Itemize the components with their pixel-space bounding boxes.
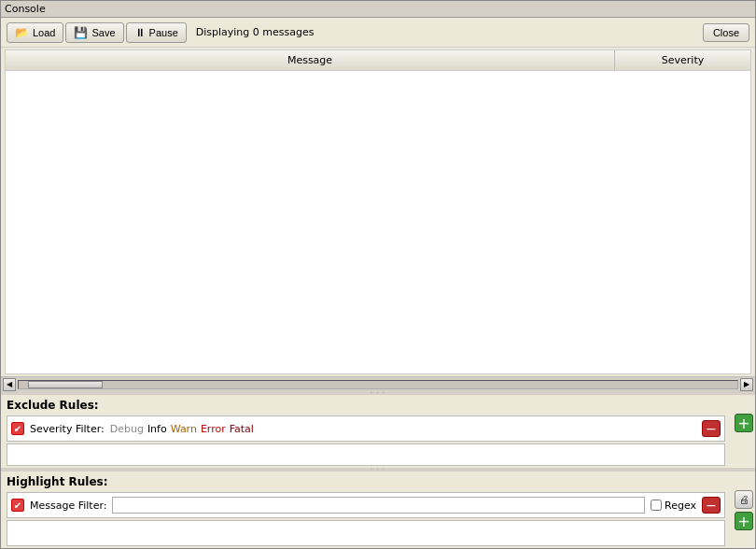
- display-count: Displaying 0 messages: [196, 26, 701, 38]
- highlight-outer: ✔ Message Filter: Regex −: [1, 490, 755, 548]
- severity-warn[interactable]: Warn: [171, 423, 197, 435]
- pause-button[interactable]: ⏸ Pause: [126, 22, 187, 43]
- exclude-plus-button[interactable]: +: [735, 414, 753, 432]
- exclude-extra-box: [7, 443, 725, 466]
- save-button[interactable]: 💾 Save: [65, 22, 123, 43]
- severity-fatal[interactable]: Fatal: [230, 423, 254, 435]
- exclude-rules-box: ✔ Severity Filter: Debug Info Warn Error…: [7, 415, 725, 442]
- minus-icon: −: [706, 421, 717, 436]
- plus-icon-2: +: [737, 513, 749, 530]
- severity-debug[interactable]: Debug: [110, 423, 144, 435]
- message-filter-input[interactable]: [112, 497, 645, 514]
- message-filter-checkbox[interactable]: ✔: [11, 499, 24, 512]
- main-window: Console 📂 Load 💾 Save ⏸ Pause Displaying…: [0, 0, 756, 549]
- highlight-right-buttons: 🖨 +: [733, 490, 755, 530]
- highlight-minus-button[interactable]: −: [702, 497, 721, 514]
- table-body[interactable]: [6, 71, 750, 373]
- severity-info[interactable]: Info: [147, 423, 167, 435]
- highlight-rules-box: ✔ Message Filter: Regex −: [7, 492, 725, 518]
- col-message-header: Message: [6, 50, 615, 70]
- regex-checkbox[interactable]: [651, 500, 662, 511]
- checkmark-icon: ✔: [14, 424, 21, 434]
- pause-icon: ⏸: [134, 26, 146, 39]
- scroll-track[interactable]: [18, 380, 738, 389]
- exclude-minus-button[interactable]: −: [702, 420, 721, 437]
- plus-icon: +: [737, 415, 749, 432]
- checkmark-icon-2: ✔: [14, 500, 21, 511]
- save-icon: 💾: [74, 26, 88, 39]
- minus-icon-2: −: [706, 498, 717, 513]
- scroll-left-arrow[interactable]: ◀: [3, 378, 16, 391]
- left-arrow-icon: ◀: [7, 380, 12, 388]
- highlight-plus-button[interactable]: +: [735, 512, 753, 530]
- scroll-thumb[interactable]: [28, 381, 103, 388]
- load-button[interactable]: 📂 Load: [7, 22, 63, 43]
- highlight-rules-section: Highlight Rules: ✔ Message Filter: Regex: [1, 472, 755, 548]
- exclude-outer: ✔ Severity Filter: Debug Info Warn Error…: [1, 414, 755, 468]
- highlight-rules-label: Highlight Rules:: [1, 472, 755, 490]
- severity-filters: Debug Info Warn Error Fatal: [110, 423, 696, 435]
- exclude-inner: ✔ Severity Filter: Debug Info Warn Error…: [1, 414, 731, 468]
- exclude-rules-label: Exclude Rules:: [1, 395, 755, 414]
- table-header: Message Severity: [6, 50, 750, 71]
- close-button[interactable]: Close: [703, 23, 749, 42]
- col-severity-header: Severity: [615, 50, 750, 70]
- right-arrow-icon: ▶: [744, 380, 749, 388]
- load-icon: 📂: [15, 26, 29, 39]
- console-table: Message Severity: [5, 49, 751, 374]
- highlight-inner: ✔ Message Filter: Regex −: [1, 490, 731, 548]
- printer-icon: 🖨: [739, 494, 749, 506]
- regex-label: Regex: [651, 500, 696, 512]
- exclude-rules-section: Exclude Rules: ✔ Severity Filter: Debug …: [1, 395, 755, 468]
- severity-error[interactable]: Error: [201, 423, 226, 435]
- toolbar: 📂 Load 💾 Save ⏸ Pause Displaying 0 messa…: [1, 18, 755, 48]
- message-filter-row: ✔ Message Filter: Regex −: [11, 497, 721, 514]
- printer-button[interactable]: 🖨: [735, 490, 753, 509]
- severity-filter-row: ✔ Severity Filter: Debug Info Warn Error…: [11, 420, 721, 437]
- message-filter-label: Message Filter:: [30, 500, 106, 512]
- severity-filter-checkbox[interactable]: ✔: [11, 422, 24, 435]
- severity-filter-label: Severity Filter:: [30, 423, 105, 435]
- window-title: Console: [5, 3, 46, 15]
- title-bar: Console: [1, 1, 755, 18]
- scroll-right-arrow[interactable]: ▶: [740, 378, 753, 391]
- highlight-extra-box: [7, 520, 725, 546]
- exclude-right-buttons: +: [733, 414, 755, 432]
